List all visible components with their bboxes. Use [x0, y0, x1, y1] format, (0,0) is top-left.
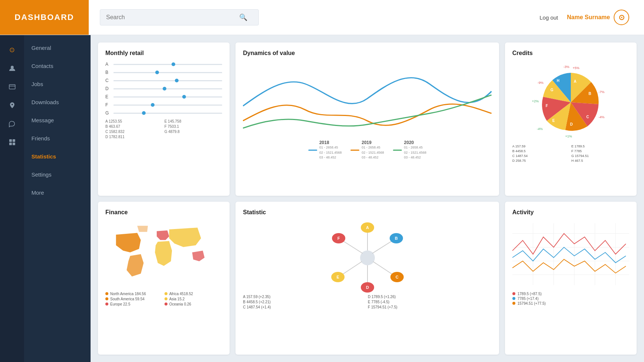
credits-leg-h: H 467.5 [571, 159, 629, 163]
slider-track-c[interactable] [113, 80, 222, 81]
slider-row-c: C [105, 78, 222, 83]
stat-leg-c: C 1487.54 (+1.4) [243, 305, 367, 309]
legend-2018-text: 2018 01 - 2658.4502 - 1521.456803 - 48.4… [319, 140, 342, 160]
finance-card: Finance North Am [98, 202, 230, 355]
slider-row-a: A [105, 62, 222, 67]
user-name-area: Name Surname ⊙ [567, 10, 630, 25]
dot-oceania [165, 303, 167, 305]
slider-label-e: E [105, 94, 111, 99]
slider-label-c: C [105, 78, 111, 83]
slider-track-g[interactable] [113, 113, 222, 114]
sidebar-item-statistics[interactable]: Statistics [24, 147, 91, 165]
sidebar-item-settings[interactable]: Settings [24, 165, 91, 184]
legend-sub-2019: 01 - 2658.4502 - 1521.456803 - 48.452 [362, 145, 384, 160]
pct-plus2: +2% [532, 99, 539, 103]
sidebar-item-general[interactable]: General [24, 39, 91, 57]
dot-africa [165, 292, 167, 295]
sidebar-icon-jobs[interactable] [5, 79, 20, 94]
slider-track-b[interactable] [113, 72, 222, 73]
dot-activity-red [512, 292, 515, 295]
sidebar-item-message[interactable]: Message [24, 111, 91, 129]
svg-rect-2 [9, 139, 12, 142]
finance-leg-europe: Europe 22.5 [105, 302, 163, 306]
search-box[interactable]: 🔍 [100, 9, 259, 25]
credits-label-a: A [574, 79, 576, 83]
credits-label-g: G [550, 88, 553, 92]
legend-line-2019 [350, 150, 359, 151]
slider-label-g: G [105, 110, 111, 116]
sidebar-icon-location[interactable] [5, 98, 20, 113]
finance-leg-oceania: Oceania 0.26 [165, 302, 223, 306]
legend-year-2018: 2018 [319, 140, 342, 145]
sidebar-icon-contacts[interactable] [5, 61, 20, 76]
legend-line-2020 [393, 150, 402, 151]
stat-label-b: B [395, 236, 398, 240]
search-icon: 🔍 [239, 13, 247, 21]
monthly-retail-title: Monthly retail [105, 50, 222, 57]
credits-legend: A 157.59 E 1789.5 B 4458.5 F 7785 C 1487… [512, 144, 629, 163]
credits-leg-a: A 157.59 [512, 144, 570, 148]
stat-label-f: F [337, 236, 340, 240]
slider-track-f[interactable] [113, 105, 222, 106]
pct-minus9: -9% [538, 81, 543, 85]
world-map-svg [105, 221, 222, 287]
slider-track-a[interactable] [113, 64, 222, 65]
sidebar-item-jobs[interactable]: Jobs [24, 75, 91, 93]
sidebar-item-downloads[interactable]: Downloads [24, 93, 91, 111]
stat-label-e: E [336, 275, 339, 279]
sidebar-item-friends[interactable]: Friends [24, 129, 91, 147]
slider-row-e: E [105, 94, 222, 99]
credits-label-b: B [589, 92, 591, 96]
credits-label-f: F [546, 104, 548, 108]
avatar: ⊙ [614, 10, 629, 25]
stat-leg-b: B 4458.5 (+2.21) [243, 300, 367, 304]
retail-legend-e: E 145.758 [165, 119, 223, 123]
slider-row-d: D [105, 86, 222, 91]
stat-label-c: C [396, 275, 399, 279]
dynamics-title: Dynamics of value [243, 50, 492, 57]
credits-leg-c: C 1487.54 [512, 154, 570, 158]
slider-label-b: B [105, 70, 111, 75]
svg-line-16 [343, 241, 363, 253]
legend-2020: 2020 01 - 2658.4502 - 1521.456803 - 48.4… [393, 140, 427, 160]
sidebar-icon-message[interactable] [5, 116, 20, 131]
finance-leg-samerica: South America 59.54 [105, 297, 163, 301]
logout-button[interactable]: Log out [539, 14, 558, 21]
legend-line-2018 [308, 150, 317, 151]
pct-minus4l: -4% [537, 127, 543, 131]
credits-label-h: H [557, 79, 559, 83]
legend-2020-text: 2020 01 - 2658.4502 - 1521.456803 - 48.4… [404, 140, 427, 160]
credits-label-d: D [570, 122, 573, 126]
slider-track-e[interactable] [113, 96, 222, 98]
main-layout: ⊙ General Contacts Jobs Downloads Messag… [0, 35, 644, 362]
logo-area: DASHBOARD [0, 0, 89, 35]
credits-label-c: C [586, 115, 589, 119]
credits-title: Credits [512, 50, 629, 57]
dynamics-chart-svg [243, 62, 492, 136]
sidebar-item-contacts[interactable]: Contacts [24, 57, 91, 75]
retail-legend-c: C 1582.832 [105, 130, 163, 134]
dot-europe [105, 303, 108, 305]
sidebar-icon-general[interactable]: ⊙ [5, 42, 20, 57]
finance-leg-asia: Asia 15.2 [165, 297, 223, 301]
stat-label-d: D [366, 285, 369, 290]
credits-leg-f: F 7785 [571, 149, 629, 153]
slider-label-f: F [105, 102, 111, 107]
stat-leg-d: D 1789.5 (+1.26) [368, 295, 492, 299]
activity-legend: 1789.5 (+87.5) 7785 (+17.4) 15794.51 (+7… [512, 292, 629, 305]
sidebar-item-more[interactable]: More [24, 184, 91, 202]
activity-leg-orange: 15794.51 (+77.5) [512, 301, 629, 305]
header: DASHBOARD 🔍 Log out Name Surname ⊙ [0, 0, 644, 35]
svg-line-10 [373, 262, 393, 274]
sidebar-icon-friends[interactable] [5, 135, 20, 150]
credits-leg-g: G 15794.51 [571, 154, 629, 158]
stat-leg-e: E 7785 (-4.5) [368, 300, 492, 304]
slider-track-d[interactable] [113, 88, 222, 89]
header-user: Log out Name Surname ⊙ [539, 10, 644, 25]
stat-leg-a: A 157.59 (+2.35) [243, 295, 367, 299]
user-name-text: Name Surname [567, 14, 610, 21]
retail-legend-a: A 1253.55 [105, 119, 163, 123]
legend-sub-2018: 01 - 2658.4502 - 1521.456803 - 48.452 [319, 145, 342, 160]
svg-rect-4 [9, 143, 12, 145]
search-input[interactable] [106, 14, 239, 21]
